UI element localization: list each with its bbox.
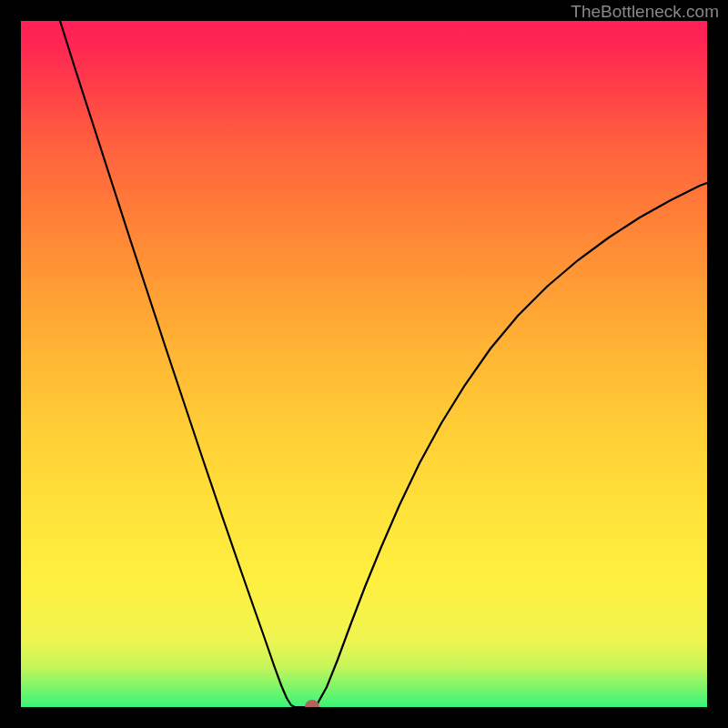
chart-frame: TheBottleneck.com (0, 0, 728, 728)
bottleneck-curve-svg (21, 21, 707, 707)
optimal-point-marker (305, 700, 319, 707)
watermark-text: TheBottleneck.com (571, 2, 719, 22)
bottleneck-curve (60, 21, 707, 707)
